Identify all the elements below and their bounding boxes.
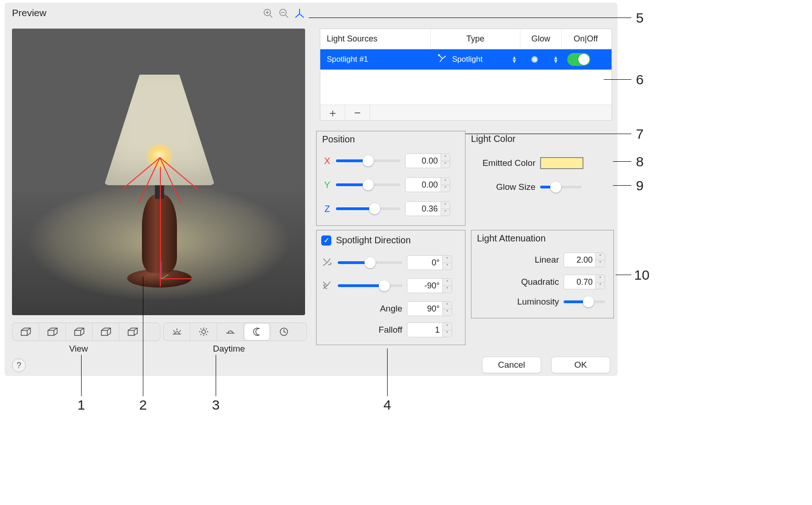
callout-1: 1: [77, 397, 85, 413]
callout-2: 2: [139, 397, 147, 413]
light-color-title: Light Color: [471, 134, 583, 144]
svg-line-5: [286, 15, 288, 18]
angle-label: Angle: [372, 304, 402, 314]
position-group: Position X 0.00 ˄˅ Y 0.00 ˄˅ Z 0.36 ˄˅: [316, 131, 465, 226]
col-light-sources: Light Sources: [320, 29, 431, 49]
spotlight-direction-checkbox[interactable]: ✓: [321, 235, 331, 246]
svg-line-24: [284, 332, 286, 333]
add-light-button[interactable]: ＋: [320, 105, 345, 120]
preview-viewport[interactable]: [12, 29, 305, 315]
callout-3: 3: [212, 397, 220, 413]
quadratic-stepper[interactable]: ˄˅: [596, 275, 605, 289]
z-slider[interactable]: [336, 207, 400, 210]
z-input[interactable]: 0.36: [405, 201, 441, 216]
spotlight-icon: [437, 53, 447, 66]
light-on-toggle[interactable]: [567, 53, 590, 66]
elevation-icon: [321, 280, 333, 292]
help-button[interactable]: ?: [12, 358, 26, 372]
y-input[interactable]: 0.00: [405, 177, 441, 192]
zoom-in-icon[interactable]: [263, 8, 274, 21]
glow-stepper-icon[interactable]: ▲▼: [553, 56, 559, 63]
callout-10: 10: [634, 267, 649, 283]
z-stepper[interactable]: ˄˅: [441, 201, 450, 216]
view-left-icon[interactable]: [39, 323, 66, 341]
quadratic-input[interactable]: 0.70: [564, 275, 596, 289]
view-persp-icon[interactable]: [119, 323, 146, 341]
svg-line-1: [270, 15, 272, 18]
glow-size-label: Glow Size: [471, 182, 535, 192]
elevation-slider[interactable]: [338, 284, 402, 287]
azimuth-input[interactable]: 0°: [407, 255, 443, 270]
elevation-input[interactable]: -90°: [407, 278, 443, 293]
light-name: Spotlight #1: [320, 49, 431, 70]
callout-5: 5: [636, 10, 644, 26]
angle-input[interactable]: 90°: [407, 301, 443, 316]
emitted-color-swatch[interactable]: [540, 157, 583, 169]
linear-stepper[interactable]: ˄˅: [596, 252, 605, 267]
glow-size-slider[interactable]: [540, 186, 582, 188]
z-label: Z: [323, 204, 331, 214]
light-sources-table: Light Sources Type Glow On|Off Spotlight…: [320, 29, 612, 121]
zoom-out-icon[interactable]: [278, 8, 289, 21]
ok-button[interactable]: OK: [551, 357, 610, 373]
falloff-label: Falloff: [372, 325, 402, 335]
svg-line-21: [206, 334, 207, 335]
svg-line-8: [295, 14, 300, 18]
svg-line-18: [200, 329, 201, 329]
sunrise-icon[interactable]: [164, 323, 190, 341]
callout-8: 8: [636, 154, 644, 170]
azimuth-slider[interactable]: [338, 261, 402, 264]
cancel-button[interactable]: Cancel: [482, 357, 541, 373]
x-label: X: [323, 156, 331, 166]
attenuation-title: Light Attenuation: [477, 233, 546, 244]
col-glow: Glow: [520, 29, 562, 49]
y-slider[interactable]: [336, 183, 400, 186]
preview-title: Preview: [12, 7, 47, 18]
callout-9: 9: [636, 178, 644, 194]
svg-line-12: [179, 330, 181, 332]
axis-icon[interactable]: [294, 8, 305, 21]
clock-icon[interactable]: [271, 323, 297, 341]
linear-input[interactable]: 2.00: [564, 252, 596, 267]
luminosity-label: Luminosity: [504, 297, 559, 307]
view-segment: [12, 323, 160, 341]
col-type: Type: [431, 29, 520, 49]
svg-line-9: [300, 14, 304, 18]
azimuth-stepper[interactable]: ˄˅: [443, 255, 452, 270]
svg-line-11: [173, 330, 175, 332]
y-stepper[interactable]: ˄˅: [441, 177, 450, 192]
col-onoff: On|Off: [562, 29, 610, 49]
linear-label: Linear: [504, 255, 559, 265]
x-input[interactable]: 0.00: [405, 153, 441, 168]
view-label: View: [69, 344, 88, 354]
type-stepper-icon[interactable]: ▲▼: [512, 56, 517, 63]
remove-light-button[interactable]: −: [345, 105, 370, 120]
light-type: Spotlight: [452, 55, 482, 64]
luminosity-slider[interactable]: [564, 300, 605, 303]
x-slider[interactable]: [336, 159, 400, 162]
view-right-icon[interactable]: [66, 323, 93, 341]
sunset-icon[interactable]: [217, 323, 244, 341]
table-row[interactable]: Spotlight #1 Spotlight ▲▼ ▲▼: [320, 49, 612, 70]
svg-line-19: [206, 329, 207, 329]
falloff-input[interactable]: 1: [407, 323, 443, 337]
azimuth-icon: [321, 257, 333, 269]
daytime-segment: [163, 323, 307, 341]
elevation-stepper[interactable]: ˄˅: [443, 278, 452, 293]
position-title: Position: [322, 134, 355, 145]
moon-icon[interactable]: [244, 323, 271, 341]
light-attenuation-group: Light Attenuation Linear 2.00 ˄˅ Quadrat…: [471, 230, 614, 318]
view-front-icon[interactable]: [12, 323, 39, 341]
spotlight-direction-group: ✓ Spotlight Direction 0° ˄˅ -90° ˄˅ An: [316, 230, 465, 345]
view-top-icon[interactable]: [93, 323, 119, 341]
glow-preview-icon[interactable]: [531, 56, 538, 63]
callout-4: 4: [383, 397, 391, 413]
quadratic-label: Quadratic: [504, 277, 559, 287]
x-stepper[interactable]: ˄˅: [441, 153, 450, 168]
y-label: Y: [323, 180, 331, 190]
svg-point-13: [202, 330, 206, 334]
sun-icon[interactable]: [190, 323, 217, 341]
falloff-stepper[interactable]: ˄˅: [443, 323, 452, 337]
angle-stepper[interactable]: ˄˅: [443, 301, 452, 316]
callout-6: 6: [636, 72, 644, 88]
